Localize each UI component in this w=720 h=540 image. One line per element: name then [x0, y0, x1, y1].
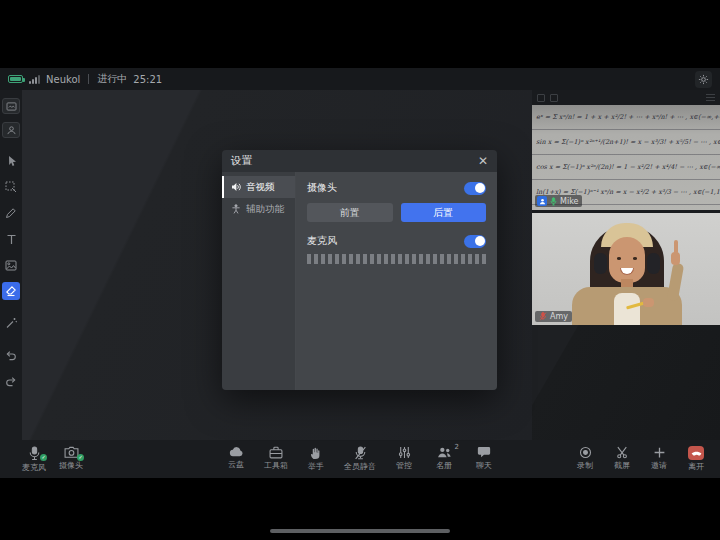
- camera-label: 摄像头: [307, 181, 337, 195]
- home-indicator[interactable]: [270, 529, 450, 533]
- toolbox-icon: [269, 446, 283, 459]
- leave-button[interactable]: 离开: [684, 446, 708, 472]
- screenshot-button[interactable]: 截屏: [610, 446, 634, 471]
- toolbar-label: 云盘: [228, 459, 244, 470]
- roster-button[interactable]: 2 名册: [432, 446, 456, 471]
- dialog-sidebar: 音视频 辅助功能: [222, 172, 296, 390]
- toolbar-label: 全员静音: [344, 461, 376, 472]
- host-badge-icon: [537, 196, 547, 206]
- text-icon: [6, 234, 17, 245]
- whiteboard-tool-button[interactable]: [2, 98, 20, 114]
- tab-accessibility[interactable]: 辅助功能: [222, 198, 295, 220]
- toolbar-label: 摄像头: [59, 460, 83, 471]
- record-icon: [579, 446, 592, 459]
- toolbar-label: 名册: [436, 460, 452, 471]
- invite-button[interactable]: 邀请: [647, 446, 671, 471]
- raise-hand-button[interactable]: 举手: [304, 446, 328, 472]
- plus-icon: [653, 446, 666, 459]
- formula-line: cos x = Σ(−1)ⁿ x²ⁿ/(2n)! = 1 − x²/2! + x…: [536, 163, 720, 171]
- video-tile-amy[interactable]: Amy: [532, 213, 720, 325]
- toolbar-label: 离开: [688, 461, 704, 472]
- headphone-cup: [647, 253, 660, 274]
- tab-label: 音视频: [246, 181, 275, 194]
- camera-on-badge: ✓: [77, 454, 84, 461]
- redo-icon: [5, 376, 17, 387]
- people-icon: [437, 446, 452, 459]
- video-tile-mike[interactable]: eˣ = Σ xⁿ/n! = 1 + x + x²/2! + ⋯ + xⁿ/n!…: [532, 105, 720, 210]
- status-bar: Neukol 进行中 25:21: [0, 68, 720, 90]
- eraser-tool-button[interactable]: [2, 282, 20, 300]
- session-status: 进行中: [97, 72, 127, 86]
- laser-tool-button[interactable]: [2, 314, 20, 332]
- text-tool-button[interactable]: [2, 230, 20, 248]
- app-name: Neukol: [46, 74, 80, 85]
- formula-line: sin x = Σ(−1)ⁿ x²ⁿ⁺¹/(2n+1)! = x − x³/3!…: [536, 138, 720, 146]
- participants-panel: eˣ = Σ xⁿ/n! = 1 + x + x²/2! + ⋯ + xⁿ/n!…: [532, 90, 720, 440]
- image-icon: [5, 260, 17, 271]
- rear-camera-button[interactable]: 后置: [401, 203, 487, 222]
- accessibility-icon: [231, 204, 241, 214]
- undo-button[interactable]: [2, 346, 20, 364]
- image-tool-button[interactable]: [2, 256, 20, 274]
- participant-name: Amy: [550, 312, 568, 321]
- select-tool-button[interactable]: [2, 178, 20, 196]
- raise-hand-icon: [310, 446, 323, 460]
- toolbar-label: 截屏: [614, 460, 630, 471]
- mic-on-icon: [550, 197, 557, 206]
- front-camera-button[interactable]: 前置: [307, 203, 393, 222]
- mic-muted-icon: [539, 312, 547, 321]
- settings-dialog: 设置 ✕ 音视频 辅助功能 摄像头: [222, 150, 497, 390]
- dialog-title: 设置: [231, 154, 252, 168]
- lasso-select-icon: [5, 181, 17, 193]
- settings-gear-button[interactable]: [695, 71, 712, 88]
- user-video-icon: [6, 125, 17, 135]
- tab-audio-video[interactable]: 音视频: [222, 176, 295, 198]
- mute-all-button[interactable]: 全员静音: [344, 446, 376, 472]
- controls-button[interactable]: 管控: [392, 446, 416, 471]
- speaker-icon: [231, 182, 241, 192]
- headphone-cup: [594, 253, 607, 274]
- mic-button[interactable]: ✓ 麦克风: [22, 446, 46, 473]
- microphone-label: 麦克风: [307, 234, 337, 248]
- mic-slash-icon: [354, 446, 367, 460]
- microphone-toggle[interactable]: [464, 235, 486, 248]
- battery-icon: [8, 75, 23, 83]
- toolbar-label: 聊天: [476, 460, 492, 471]
- dialog-content: 摄像头 前置 后置 麦克风: [296, 172, 497, 390]
- dialog-titlebar: 设置 ✕: [222, 150, 497, 172]
- cursor-icon: [6, 155, 17, 167]
- mic-level-meter: [307, 254, 486, 264]
- person-face: [609, 237, 645, 283]
- grid-view-button[interactable]: [537, 94, 545, 102]
- camera-button[interactable]: ✓ 摄像头: [59, 446, 83, 471]
- leave-call-icon: [688, 446, 704, 460]
- microphone-icon: [28, 446, 41, 461]
- toolbar-label: 录制: [577, 460, 593, 471]
- scissors-icon: [616, 446, 629, 459]
- panel-header: [532, 90, 720, 105]
- session-timer: 25:21: [133, 74, 162, 85]
- collapse-panel-button[interactable]: [706, 94, 715, 101]
- cursor-tool-button[interactable]: [2, 152, 20, 170]
- gear-icon: [698, 74, 709, 85]
- laser-pointer-icon: [5, 317, 17, 329]
- pen-tool-button[interactable]: [2, 204, 20, 222]
- redo-button[interactable]: [2, 372, 20, 390]
- tab-label: 辅助功能: [246, 203, 284, 216]
- chat-button[interactable]: 聊天: [472, 446, 496, 471]
- speaker-view-button[interactable]: [550, 94, 558, 102]
- signal-icon: [29, 75, 40, 84]
- camera-toggle[interactable]: [464, 182, 486, 195]
- panel-empty-area: [532, 325, 720, 440]
- cloud-drive-button[interactable]: 云盘: [224, 446, 248, 470]
- close-icon[interactable]: ✕: [478, 155, 488, 167]
- record-button[interactable]: 录制: [573, 446, 597, 471]
- whiteboard-icon: [6, 102, 17, 111]
- eraser-icon: [5, 285, 17, 297]
- status-divider: [88, 74, 89, 84]
- cloud-icon: [229, 446, 244, 458]
- participant-name: Mike: [560, 197, 578, 206]
- recording-user-button[interactable]: [2, 122, 20, 138]
- toolbar-label: 举手: [308, 461, 324, 472]
- toolbox-button[interactable]: 工具箱: [264, 446, 288, 471]
